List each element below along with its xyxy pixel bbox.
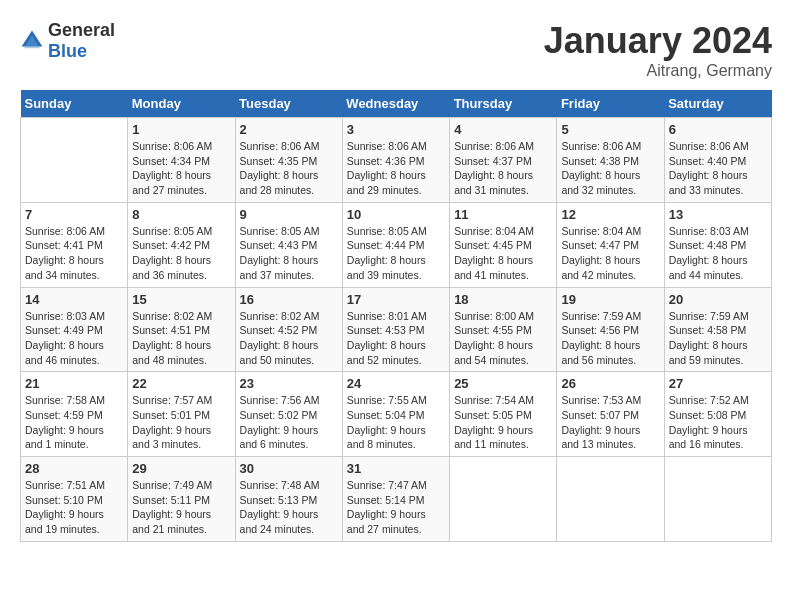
day-number: 26: [561, 376, 659, 391]
calendar-cell: [21, 118, 128, 203]
day-info: Sunrise: 7:49 AMSunset: 5:11 PMDaylight:…: [132, 478, 230, 537]
day-number: 23: [240, 376, 338, 391]
day-info: Sunrise: 8:05 AMSunset: 4:44 PMDaylight:…: [347, 224, 445, 283]
calendar-week-row: 14Sunrise: 8:03 AMSunset: 4:49 PMDayligh…: [21, 287, 772, 372]
day-info: Sunrise: 8:02 AMSunset: 4:52 PMDaylight:…: [240, 309, 338, 368]
calendar-body: 1Sunrise: 8:06 AMSunset: 4:34 PMDaylight…: [21, 118, 772, 542]
calendar-cell: 3Sunrise: 8:06 AMSunset: 4:36 PMDaylight…: [342, 118, 449, 203]
calendar-cell: 21Sunrise: 7:58 AMSunset: 4:59 PMDayligh…: [21, 372, 128, 457]
day-info: Sunrise: 8:06 AMSunset: 4:35 PMDaylight:…: [240, 139, 338, 198]
weekday-header: Tuesday: [235, 90, 342, 118]
calendar-cell: 27Sunrise: 7:52 AMSunset: 5:08 PMDayligh…: [664, 372, 771, 457]
calendar-cell: 16Sunrise: 8:02 AMSunset: 4:52 PMDayligh…: [235, 287, 342, 372]
calendar-cell: 5Sunrise: 8:06 AMSunset: 4:38 PMDaylight…: [557, 118, 664, 203]
day-info: Sunrise: 8:04 AMSunset: 4:45 PMDaylight:…: [454, 224, 552, 283]
day-number: 25: [454, 376, 552, 391]
calendar-cell: 28Sunrise: 7:51 AMSunset: 5:10 PMDayligh…: [21, 457, 128, 542]
calendar-cell: [450, 457, 557, 542]
calendar-cell: 14Sunrise: 8:03 AMSunset: 4:49 PMDayligh…: [21, 287, 128, 372]
day-number: 27: [669, 376, 767, 391]
day-number: 13: [669, 207, 767, 222]
day-info: Sunrise: 8:01 AMSunset: 4:53 PMDaylight:…: [347, 309, 445, 368]
title-block: January 2024 Aitrang, Germany: [544, 20, 772, 80]
weekday-header: Thursday: [450, 90, 557, 118]
calendar-week-row: 21Sunrise: 7:58 AMSunset: 4:59 PMDayligh…: [21, 372, 772, 457]
calendar-cell: 13Sunrise: 8:03 AMSunset: 4:48 PMDayligh…: [664, 202, 771, 287]
day-info: Sunrise: 8:06 AMSunset: 4:41 PMDaylight:…: [25, 224, 123, 283]
day-number: 8: [132, 207, 230, 222]
page-header: General Blue January 2024 Aitrang, Germa…: [20, 20, 772, 80]
day-info: Sunrise: 7:59 AMSunset: 4:58 PMDaylight:…: [669, 309, 767, 368]
day-number: 6: [669, 122, 767, 137]
day-info: Sunrise: 7:51 AMSunset: 5:10 PMDaylight:…: [25, 478, 123, 537]
calendar-cell: 11Sunrise: 8:04 AMSunset: 4:45 PMDayligh…: [450, 202, 557, 287]
day-info: Sunrise: 7:47 AMSunset: 5:14 PMDaylight:…: [347, 478, 445, 537]
calendar-cell: 20Sunrise: 7:59 AMSunset: 4:58 PMDayligh…: [664, 287, 771, 372]
day-info: Sunrise: 8:03 AMSunset: 4:48 PMDaylight:…: [669, 224, 767, 283]
day-info: Sunrise: 8:06 AMSunset: 4:37 PMDaylight:…: [454, 139, 552, 198]
calendar-cell: 31Sunrise: 7:47 AMSunset: 5:14 PMDayligh…: [342, 457, 449, 542]
calendar-cell: [664, 457, 771, 542]
location-title: Aitrang, Germany: [544, 62, 772, 80]
calendar-header-row: SundayMondayTuesdayWednesdayThursdayFrid…: [21, 90, 772, 118]
day-number: 18: [454, 292, 552, 307]
day-number: 19: [561, 292, 659, 307]
calendar-cell: 10Sunrise: 8:05 AMSunset: 4:44 PMDayligh…: [342, 202, 449, 287]
weekday-header: Saturday: [664, 90, 771, 118]
calendar-cell: 15Sunrise: 8:02 AMSunset: 4:51 PMDayligh…: [128, 287, 235, 372]
calendar-cell: 24Sunrise: 7:55 AMSunset: 5:04 PMDayligh…: [342, 372, 449, 457]
day-number: 11: [454, 207, 552, 222]
day-number: 31: [347, 461, 445, 476]
day-number: 17: [347, 292, 445, 307]
day-number: 12: [561, 207, 659, 222]
day-info: Sunrise: 8:04 AMSunset: 4:47 PMDaylight:…: [561, 224, 659, 283]
day-info: Sunrise: 8:05 AMSunset: 4:43 PMDaylight:…: [240, 224, 338, 283]
day-number: 16: [240, 292, 338, 307]
day-number: 15: [132, 292, 230, 307]
month-title: January 2024: [544, 20, 772, 62]
day-number: 22: [132, 376, 230, 391]
calendar-cell: 18Sunrise: 8:00 AMSunset: 4:55 PMDayligh…: [450, 287, 557, 372]
calendar-week-row: 1Sunrise: 8:06 AMSunset: 4:34 PMDaylight…: [21, 118, 772, 203]
calendar-cell: 19Sunrise: 7:59 AMSunset: 4:56 PMDayligh…: [557, 287, 664, 372]
logo: General Blue: [20, 20, 115, 62]
calendar-cell: 4Sunrise: 8:06 AMSunset: 4:37 PMDaylight…: [450, 118, 557, 203]
day-number: 7: [25, 207, 123, 222]
calendar-cell: 7Sunrise: 8:06 AMSunset: 4:41 PMDaylight…: [21, 202, 128, 287]
calendar-cell: 6Sunrise: 8:06 AMSunset: 4:40 PMDaylight…: [664, 118, 771, 203]
calendar-cell: 2Sunrise: 8:06 AMSunset: 4:35 PMDaylight…: [235, 118, 342, 203]
day-info: Sunrise: 8:06 AMSunset: 4:38 PMDaylight:…: [561, 139, 659, 198]
day-number: 3: [347, 122, 445, 137]
logo-icon: [20, 29, 44, 53]
day-info: Sunrise: 8:00 AMSunset: 4:55 PMDaylight:…: [454, 309, 552, 368]
day-info: Sunrise: 7:58 AMSunset: 4:59 PMDaylight:…: [25, 393, 123, 452]
day-info: Sunrise: 8:02 AMSunset: 4:51 PMDaylight:…: [132, 309, 230, 368]
day-number: 30: [240, 461, 338, 476]
calendar-cell: 17Sunrise: 8:01 AMSunset: 4:53 PMDayligh…: [342, 287, 449, 372]
calendar-cell: 25Sunrise: 7:54 AMSunset: 5:05 PMDayligh…: [450, 372, 557, 457]
day-info: Sunrise: 7:48 AMSunset: 5:13 PMDaylight:…: [240, 478, 338, 537]
day-info: Sunrise: 8:05 AMSunset: 4:42 PMDaylight:…: [132, 224, 230, 283]
calendar-cell: 9Sunrise: 8:05 AMSunset: 4:43 PMDaylight…: [235, 202, 342, 287]
weekday-header: Sunday: [21, 90, 128, 118]
day-info: Sunrise: 7:54 AMSunset: 5:05 PMDaylight:…: [454, 393, 552, 452]
day-number: 4: [454, 122, 552, 137]
calendar-cell: 30Sunrise: 7:48 AMSunset: 5:13 PMDayligh…: [235, 457, 342, 542]
day-info: Sunrise: 8:06 AMSunset: 4:36 PMDaylight:…: [347, 139, 445, 198]
calendar-cell: 8Sunrise: 8:05 AMSunset: 4:42 PMDaylight…: [128, 202, 235, 287]
day-number: 21: [25, 376, 123, 391]
day-info: Sunrise: 7:59 AMSunset: 4:56 PMDaylight:…: [561, 309, 659, 368]
day-number: 1: [132, 122, 230, 137]
day-number: 24: [347, 376, 445, 391]
day-info: Sunrise: 8:06 AMSunset: 4:40 PMDaylight:…: [669, 139, 767, 198]
weekday-header: Friday: [557, 90, 664, 118]
day-info: Sunrise: 7:56 AMSunset: 5:02 PMDaylight:…: [240, 393, 338, 452]
day-number: 10: [347, 207, 445, 222]
day-number: 2: [240, 122, 338, 137]
day-number: 5: [561, 122, 659, 137]
day-info: Sunrise: 7:57 AMSunset: 5:01 PMDaylight:…: [132, 393, 230, 452]
calendar-week-row: 7Sunrise: 8:06 AMSunset: 4:41 PMDaylight…: [21, 202, 772, 287]
calendar-cell: 29Sunrise: 7:49 AMSunset: 5:11 PMDayligh…: [128, 457, 235, 542]
calendar-cell: 12Sunrise: 8:04 AMSunset: 4:47 PMDayligh…: [557, 202, 664, 287]
weekday-header: Wednesday: [342, 90, 449, 118]
